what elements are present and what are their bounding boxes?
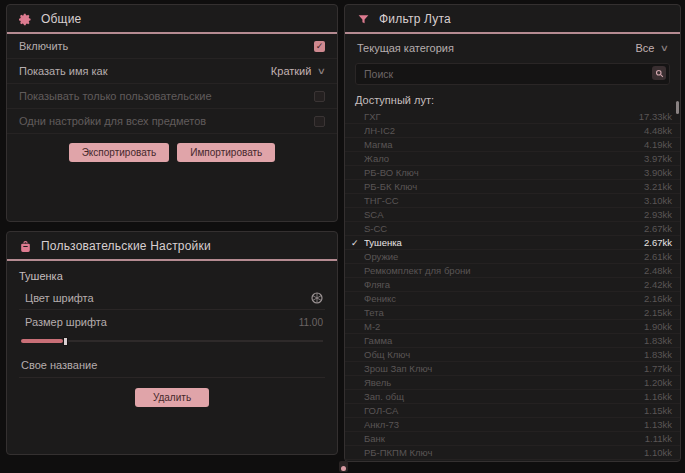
loot-row[interactable]: М-2 1.90kk bbox=[345, 320, 680, 334]
custom-name-field[interactable]: Свое название bbox=[19, 353, 325, 378]
loot-item-name: Зап. общ bbox=[364, 391, 644, 402]
font-size-slider[interactable] bbox=[21, 336, 323, 345]
loot-row[interactable]: Зап. общ 1.16kk bbox=[345, 390, 680, 404]
category-dropdown[interactable]: Все ∨ bbox=[635, 42, 668, 54]
loot-item-name: Зрош Зап Ключ bbox=[364, 363, 644, 374]
loot-item-name: Анкл-73 bbox=[364, 419, 644, 430]
filter-panel-header: Фильтр Лута bbox=[345, 5, 680, 32]
general-panel-header: Общие bbox=[7, 5, 337, 32]
font-size-row: Размер шрифта 11.00 bbox=[19, 310, 325, 330]
loot-item-name: ЛН-IC2 bbox=[364, 125, 644, 136]
loot-row[interactable]: Зрош Зап Ключ 1.77kk bbox=[345, 362, 680, 376]
loot-row[interactable]: РБ-ПКПМ Ключ 1.10kk bbox=[345, 446, 680, 460]
same-settings-row: Одни настройки для всех предметов bbox=[7, 109, 337, 134]
loot-item-name: Гамма bbox=[364, 335, 644, 346]
loot-row[interactable]: Оружие 2.61kk bbox=[345, 250, 680, 264]
loot-row[interactable]: Анкл-73 1.13kk bbox=[345, 418, 680, 432]
loot-row[interactable]: Феникс 2.16kk bbox=[345, 292, 680, 306]
selected-item-name: Тушенка bbox=[7, 261, 337, 286]
custom-panel-header: Пользовательские Настройки bbox=[7, 232, 337, 259]
font-size-label: Размер шрифта bbox=[25, 316, 107, 328]
custom-settings-panel: Пользовательские Настройки Тушенка Цвет … bbox=[6, 231, 338, 455]
delete-button[interactable]: Удалить bbox=[135, 388, 209, 407]
loot-row[interactable]: Запонки 1.10kk bbox=[345, 460, 680, 462]
loot-row[interactable]: Ремкомплект для брони 2.48kk bbox=[345, 264, 680, 278]
loot-row[interactable]: ЛН-IC2 4.48kk bbox=[345, 124, 680, 138]
general-panel: Общие Включить ✓ Показать имя как Кратки… bbox=[6, 4, 338, 222]
loot-row[interactable]: Фляга 2.42kk bbox=[345, 278, 680, 292]
loot-row[interactable]: ГОЛ-СА 1.15kk bbox=[345, 404, 680, 418]
loot-row[interactable]: S-CC 2.67kk bbox=[345, 222, 680, 236]
category-label: Текущая категория bbox=[357, 42, 454, 54]
loot-item-name: РБ-БК Ключ bbox=[364, 181, 644, 192]
color-wheel-icon[interactable] bbox=[311, 292, 323, 304]
export-import-row: Экспортировать Импортировать bbox=[7, 134, 337, 171]
loot-item-name: Оружие bbox=[364, 251, 644, 262]
chevron-down-icon: ∨ bbox=[660, 43, 669, 53]
category-row: Текущая категория Все ∨ bbox=[345, 34, 680, 58]
loot-item-name: Фляга bbox=[364, 279, 644, 290]
search-row bbox=[355, 63, 670, 85]
resize-handle-dot bbox=[341, 466, 346, 471]
loot-item-price: 1.10kk bbox=[644, 461, 672, 462]
loot-row[interactable]: Общ Ключ 1.83kk bbox=[345, 348, 680, 362]
loot-item-price: 4.48kk bbox=[644, 125, 672, 136]
loot-item-name: ТНГ-СС bbox=[364, 195, 644, 206]
loot-row[interactable]: SCA 2.93kk bbox=[345, 208, 680, 222]
export-button[interactable]: Экспортировать bbox=[69, 143, 170, 162]
loot-list-scrollbar[interactable] bbox=[676, 101, 679, 114]
same-settings-label: Одни настройки для всех предметов bbox=[19, 115, 206, 127]
search-input[interactable] bbox=[355, 63, 670, 85]
loot-item-price: 3.97kk bbox=[644, 153, 672, 164]
loot-item-price: 2.67kk bbox=[644, 223, 672, 234]
font-color-row: Цвет шрифта bbox=[19, 286, 325, 310]
loot-item-name: S-CC bbox=[364, 223, 644, 234]
loot-list: ГХГ 17.33kk ЛН-IC2 4.48kk Магма 4.19kk Ж… bbox=[345, 110, 680, 462]
enable-checkbox[interactable]: ✓ bbox=[314, 41, 325, 52]
loot-item-name: SCA bbox=[364, 209, 644, 220]
only-custom-checkbox[interactable] bbox=[314, 91, 325, 102]
loot-item-name: ГХГ bbox=[364, 111, 639, 122]
loot-item-price: 1.13kk bbox=[644, 419, 672, 430]
loot-item-name: Запонки bbox=[364, 461, 644, 462]
loot-row[interactable]: РБ-ВО Ключ 3.90kk bbox=[345, 166, 680, 180]
loot-item-price: 1.83kk bbox=[644, 335, 672, 346]
loot-item-price: 2.48kk bbox=[644, 265, 672, 276]
name-mode-label: Показать имя как bbox=[19, 65, 108, 77]
import-button[interactable]: Импортировать bbox=[177, 143, 275, 162]
loot-row[interactable]: Явель 1.20kk bbox=[345, 376, 680, 390]
enable-label: Включить bbox=[19, 40, 68, 52]
font-color-label: Цвет шрифта bbox=[25, 292, 94, 304]
name-mode-dropdown[interactable]: Краткий ∨ bbox=[271, 65, 325, 77]
loot-item-price: 4.19kk bbox=[644, 139, 672, 150]
loot-item-price: 1.15kk bbox=[644, 405, 672, 416]
name-mode-value: Краткий bbox=[271, 65, 312, 77]
loot-item-name: Жало bbox=[364, 153, 644, 164]
loot-item-price: 1.90kk bbox=[644, 321, 672, 332]
loot-row[interactable]: ТНГ-СС 3.10kk bbox=[345, 194, 680, 208]
funnel-icon bbox=[357, 13, 370, 26]
loot-item-price: 3.10kk bbox=[644, 195, 672, 206]
loot-row[interactable]: ✓ Тушенка 2.67kk bbox=[345, 236, 680, 250]
loot-row[interactable]: Банк 1.11kk bbox=[345, 432, 680, 446]
delete-row: Удалить bbox=[7, 378, 337, 417]
resize-handle[interactable] bbox=[339, 461, 348, 472]
check-icon: ✓ bbox=[351, 238, 364, 248]
loot-row[interactable]: Жало 3.97kk bbox=[345, 152, 680, 166]
loot-row[interactable]: РБ-БК Ключ 3.21kk bbox=[345, 180, 680, 194]
slider-thumb[interactable] bbox=[63, 337, 68, 346]
gear-icon bbox=[19, 13, 32, 26]
same-settings-checkbox[interactable] bbox=[314, 116, 325, 127]
loot-row[interactable]: ГХГ 17.33kk bbox=[345, 110, 680, 124]
loot-row[interactable]: Магма 4.19kk bbox=[345, 138, 680, 152]
font-size-value: 11.00 bbox=[299, 317, 323, 328]
loot-item-price: 17.33kk bbox=[639, 111, 672, 122]
loot-item-name: ГОЛ-СА bbox=[364, 405, 644, 416]
loot-row[interactable]: Тета 2.15kk bbox=[345, 306, 680, 320]
loot-list-label: Доступный лут: bbox=[345, 90, 680, 110]
loot-item-name: РБ-ВО Ключ bbox=[364, 167, 644, 178]
loot-row[interactable]: Гамма 1.83kk bbox=[345, 334, 680, 348]
category-value: Все bbox=[635, 42, 654, 54]
search-icon[interactable] bbox=[652, 66, 666, 80]
loot-filter-panel: Фильтр Лута Текущая категория Все ∨ Дост… bbox=[344, 4, 681, 462]
